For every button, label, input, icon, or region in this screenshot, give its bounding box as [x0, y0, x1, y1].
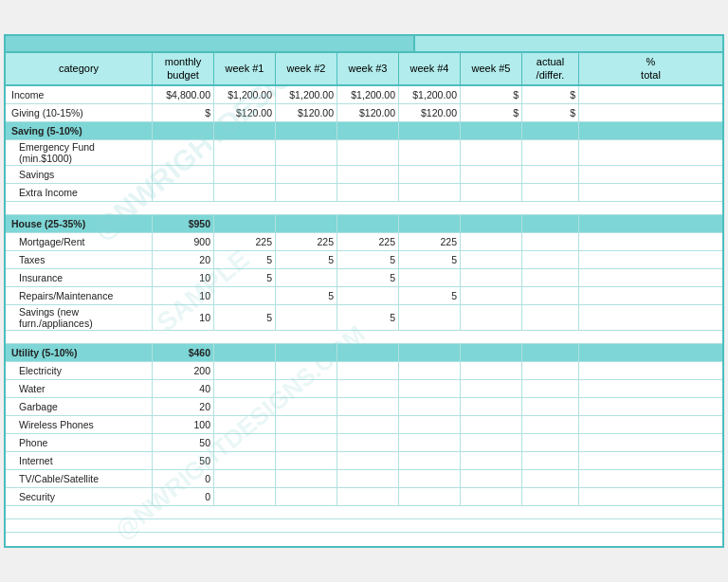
cell [522, 166, 579, 183]
col-header-week4: week #4 [399, 53, 461, 83]
cell [214, 470, 276, 487]
cell: $1,200.00 [214, 86, 276, 103]
cell [522, 233, 579, 250]
cell [276, 122, 337, 139]
table-row: Utility (5-10%)$460 [6, 344, 722, 362]
cell: 200 [153, 362, 214, 379]
cell [461, 269, 522, 286]
cell [522, 398, 579, 415]
header-title [6, 36, 413, 51]
cell [276, 305, 337, 330]
cell [579, 184, 722, 201]
cell [461, 362, 522, 379]
header-top [6, 36, 722, 53]
cell: 5 [276, 251, 337, 268]
table-row: Wireless Phones100 [6, 416, 722, 434]
cell [399, 122, 461, 139]
cell: 10 [153, 287, 214, 304]
cell [153, 140, 214, 165]
cell [579, 452, 722, 469]
cell [337, 344, 399, 361]
cell: 225 [337, 233, 399, 250]
cell [579, 305, 722, 330]
cell: $120.00 [337, 104, 399, 121]
table-row: Mortgage/Rent900225225225225 [6, 233, 722, 251]
cell: $4,800.00 [153, 86, 214, 103]
cell: Garbage [6, 398, 153, 415]
cell: TV/Cable/Satellite [6, 470, 153, 487]
spacer-row [6, 506, 722, 519]
cell [522, 122, 579, 139]
cell [522, 380, 579, 397]
cell: Taxes [6, 251, 153, 268]
table-row: Repairs/Maintenance1055 [6, 287, 722, 305]
rows-container: Income$4,800.00$1,200.00$1,200.00$1,200.… [6, 86, 722, 546]
cell: Saving (5-10%) [6, 122, 153, 139]
cell [522, 305, 579, 330]
cell: Phone [6, 434, 153, 451]
col-header-week1: week #1 [214, 53, 276, 83]
cell [579, 233, 722, 250]
table-row: Income$4,800.00$1,200.00$1,200.00$1,200.… [6, 86, 722, 104]
cell: Repairs/Maintenance [6, 287, 153, 304]
table-row: Giving (10-15%)$$120.00$120.00$120.00$12… [6, 104, 722, 122]
cell [461, 215, 522, 232]
cell [276, 140, 337, 165]
cell: 5 [337, 269, 399, 286]
cell [214, 122, 276, 139]
cell [214, 344, 276, 361]
cell [214, 434, 276, 451]
cell: $ [461, 86, 522, 103]
cell [214, 140, 276, 165]
cell [399, 416, 461, 433]
cell [337, 166, 399, 183]
cell [337, 380, 399, 397]
cell [461, 140, 522, 165]
cell: 50 [153, 452, 214, 469]
cell [399, 452, 461, 469]
cell [399, 434, 461, 451]
column-headers: category monthlybudget week #1 week #2 w… [6, 53, 722, 85]
cell: 50 [153, 434, 214, 451]
cell: Utility (5-10%) [6, 344, 153, 361]
cell [337, 434, 399, 451]
cell: 5 [214, 305, 276, 330]
cell [522, 488, 579, 505]
cell [461, 398, 522, 415]
spacer-row [6, 202, 722, 215]
cell [276, 416, 337, 433]
cell: 10 [153, 305, 214, 330]
table-row: Electricity200 [6, 362, 722, 380]
cell: House (25-35%) [6, 215, 153, 232]
cell [461, 251, 522, 268]
table-row: Savings (new furn./appliances)1055 [6, 305, 722, 331]
cell: Wireless Phones [6, 416, 153, 433]
cell: $1,200.00 [399, 86, 461, 103]
cell: 5 [399, 251, 461, 268]
cell [522, 215, 579, 232]
cell [276, 215, 337, 232]
cell [337, 362, 399, 379]
cell [337, 398, 399, 415]
cell [276, 344, 337, 361]
cell [399, 305, 461, 330]
cell [579, 122, 722, 139]
cell [461, 470, 522, 487]
cell [337, 287, 399, 304]
table-row: Insurance1055 [6, 269, 722, 287]
cell [337, 140, 399, 165]
cell [522, 251, 579, 268]
cell [579, 269, 722, 286]
cell [579, 140, 722, 165]
cell: 5 [214, 269, 276, 286]
cell [461, 434, 522, 451]
cell [579, 215, 722, 232]
cell [461, 122, 522, 139]
cell: Electricity [6, 362, 153, 379]
cell: $ [522, 104, 579, 121]
table-row: Savings [6, 166, 722, 184]
cell [461, 305, 522, 330]
cell [276, 488, 337, 505]
cell [337, 215, 399, 232]
spacer-row [6, 533, 722, 546]
